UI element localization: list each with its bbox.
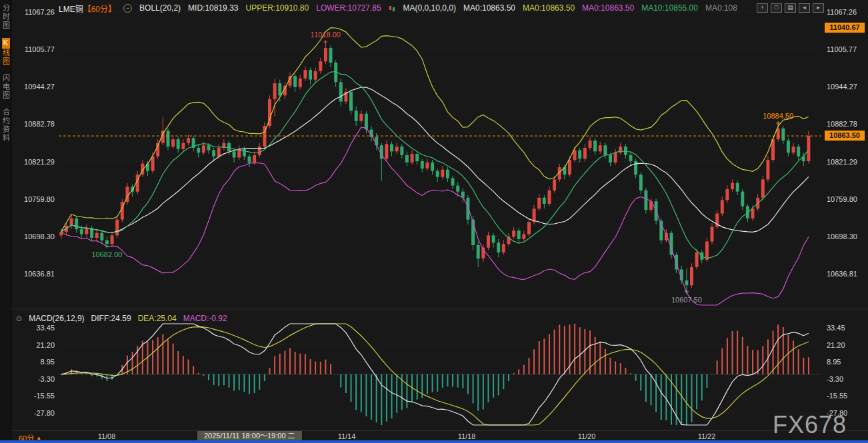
price-annotation: 10607.50	[671, 296, 702, 304]
trading-chart-app: 11018.0010682.0010884.5010607.50 11067.2…	[0, 0, 868, 443]
boll-mid-value: MID:10819.33	[188, 3, 238, 13]
macd-legend: ⊙ MACD(26,12,9) DIFF:24.59 DEA:25.04 MAC…	[16, 314, 227, 323]
sidebar-item-kline[interactable]: K线图	[1, 38, 11, 66]
date-axis-label: 11/14	[332, 432, 361, 440]
sidebar-kline-label: 线图	[2, 49, 10, 66]
boll-lower-value: LOWER:10727.85	[316, 3, 381, 13]
bottom-blue-strip	[0, 440, 868, 443]
ma-indicator-icon[interactable]	[389, 5, 396, 12]
period-tag: 【60分】	[83, 3, 116, 14]
sidebar-item-timeshare[interactable]: 分时图	[1, 4, 11, 30]
ma-legend-item: MA0:10863.50	[523, 3, 575, 13]
date-axis-label: 11/22	[692, 432, 721, 440]
sidebar-item-lightning[interactable]: 闪电图	[1, 74, 11, 100]
session-high-price-box: 11040.67	[825, 23, 865, 33]
pan-left-icon[interactable]: ◂	[799, 3, 810, 13]
macd-label: MACD(26,12,9)	[29, 314, 84, 323]
sidebar-kline-active-marker: K	[2, 38, 10, 49]
ma-legend: MA0:10863.50MA0:10863.50MA0:10863.50MA10…	[463, 3, 737, 13]
zoom-in-icon[interactable]: +	[757, 3, 768, 13]
hovered-bar-time-tooltip: 2025/11/11 18:00～19:00 二	[197, 431, 302, 441]
grid-layout-icon[interactable]: ▤	[785, 3, 796, 13]
collapse-indicator-icon[interactable]: −	[123, 4, 132, 13]
boll-lower-line	[61, 127, 809, 305]
pan-right-icon[interactable]: ▸	[813, 3, 824, 13]
time-axis-bar: 60分 ▲ 11/0811/1411/1811/2011/22 2025/11/…	[0, 430, 868, 441]
chart-toolbar: +□▤◂▸	[757, 3, 824, 13]
macd-hist-value: MACD:-0.92	[183, 314, 227, 323]
price-annotation: 10884.50	[763, 112, 793, 120]
chart-canvas[interactable]: 11018.0010682.0010884.5010607.50	[0, 0, 868, 443]
macd-settings-icon[interactable]: ⊙	[16, 314, 22, 323]
fx678-watermark: FX678	[773, 411, 847, 439]
macd-diff-value: DIFF:24.59	[91, 314, 131, 323]
instrument-title: LME铜【60分】	[59, 3, 116, 14]
boll-upper-line	[61, 28, 809, 232]
macd-dea-value: DEA:25.04	[138, 314, 177, 323]
date-axis-label: 11/08	[92, 432, 121, 440]
boll-label: BOLL(20,2)	[139, 3, 181, 13]
date-axis-label: 11/20	[572, 432, 601, 440]
date-axis-label: 11/18	[452, 432, 481, 440]
ma-legend-item: MA0:10863.50	[463, 3, 515, 13]
boll-upper-value: UPPER:10910.80	[245, 3, 309, 13]
chart-area[interactable]: 11018.0010682.0010884.5010607.50 11067.2…	[0, 0, 868, 443]
ma10-line	[61, 72, 809, 258]
ma-legend-item: MA0:10863.50	[582, 3, 634, 13]
ma-legend-item: MA0:108	[705, 3, 737, 13]
ma-legend-item: MA10:10855.00	[641, 3, 698, 13]
chart-header: LME铜【60分】 − BOLL(20,2) MID:10819.33 UPPE…	[59, 3, 737, 13]
candles-layer	[59, 42, 810, 292]
symbol-name: LME铜	[59, 3, 83, 14]
sidebar: 分时图 K线图 闪电图 合约资料	[0, 0, 11, 443]
window-icon[interactable]: □	[771, 3, 782, 13]
sidebar-item-contract-info[interactable]: 合约资料	[1, 108, 11, 143]
price-annotation: 11018.00	[311, 31, 341, 39]
last-price-box: 10863.50	[825, 131, 865, 141]
price-annotation: 10682.00	[92, 250, 123, 258]
ma-label: MA(0,0,10,0,0)	[403, 3, 456, 13]
